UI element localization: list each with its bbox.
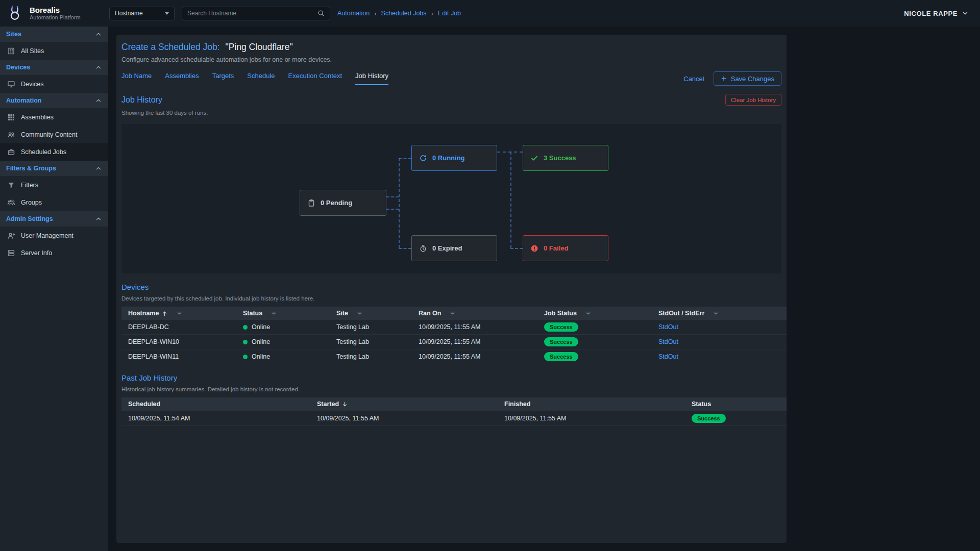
brand: Borealis Automation Platform	[0, 4, 108, 23]
sidebar-section-admin-settings[interactable]: Admin Settings	[0, 211, 108, 227]
status-badge: Success	[692, 414, 726, 423]
node-expired-label: 0 Expired	[432, 244, 462, 252]
col-header-status[interactable]: Status	[243, 310, 336, 317]
job-history-header: Job History Clear Job History	[121, 94, 781, 106]
col-header-finished[interactable]: Finished	[504, 400, 692, 408]
tab-job-history[interactable]: Job History	[355, 72, 388, 85]
clear-job-history-button[interactable]: Clear Job History	[725, 94, 781, 106]
filter-icon[interactable]	[585, 310, 592, 317]
tab-schedule[interactable]: Schedule	[247, 72, 275, 85]
filter-icon[interactable]	[356, 310, 363, 317]
cell-ran-on: 10/09/2025, 11:55 AM	[419, 323, 544, 331]
status-badge: Success	[544, 352, 578, 361]
user-menu[interactable]: NICOLE RAPPE	[904, 10, 969, 17]
page-subtitle: Configure advanced schedulable automatio…	[121, 56, 781, 63]
cell-ran-on: 10/09/2025, 11:55 AM	[419, 353, 544, 360]
tab-job-name[interactable]: Job Name	[121, 72, 152, 85]
col-label: Hostname	[128, 310, 159, 317]
filter-icon[interactable]	[271, 310, 277, 317]
cancel-button[interactable]: Cancel	[683, 75, 704, 83]
sidebar-section-filters-groups[interactable]: Filters & Groups	[0, 161, 108, 177]
filter-icon[interactable]	[713, 310, 719, 317]
col-header-status[interactable]: Status	[692, 400, 787, 408]
col-label: Site	[336, 310, 348, 317]
sidebar-item-groups[interactable]: Groups	[0, 194, 108, 211]
search-input[interactable]	[187, 10, 317, 17]
sidebar-item-devices[interactable]: Devices	[0, 76, 108, 93]
node-expired[interactable]: 0 Expired	[411, 235, 497, 261]
connector-line	[386, 209, 399, 210]
past-job-history-table: Scheduled Started Finished Status 10/09/…	[121, 397, 787, 426]
clipboard-icon	[307, 199, 315, 207]
filter-icon[interactable]	[176, 310, 183, 317]
chevron-up-icon	[95, 97, 102, 104]
stdout-link[interactable]: StdOut	[658, 338, 678, 345]
col-header-job-status[interactable]: Job Status	[544, 310, 658, 317]
table-row: 10/09/2025, 11:54 AM 10/09/2025, 11:55 A…	[121, 411, 787, 426]
tab-targets[interactable]: Targets	[212, 72, 234, 85]
node-running[interactable]: 0 Running	[411, 145, 497, 171]
online-dot-icon	[243, 340, 248, 344]
top-bar: Borealis Automation Platform Hostname Au…	[0, 0, 980, 27]
hostname-selector[interactable]: Hostname	[109, 7, 175, 20]
past-table-header: Scheduled Started Finished Status	[121, 397, 787, 411]
node-pending[interactable]: 0 Pending	[300, 190, 386, 216]
chevron-down-icon	[962, 10, 969, 17]
node-failed-label: 0 Failed	[544, 244, 568, 252]
col-header-ran-on[interactable]: Ran On	[419, 310, 544, 317]
sidebar-item-label: Devices	[21, 81, 43, 88]
tabs: Job Name Assemblies Targets Schedule Exe…	[121, 72, 388, 85]
page-title-job-name: "Ping Cloudflare"	[226, 42, 293, 52]
sidebar-item-community-content[interactable]: Community Content	[0, 126, 108, 143]
sidebar-section-label: Sites	[6, 31, 21, 38]
sidebar-item-server-info[interactable]: Server Info	[0, 244, 108, 262]
tab-assemblies[interactable]: Assemblies	[165, 72, 199, 85]
col-header-stdout[interactable]: StdOut / StdErr	[658, 310, 787, 317]
past-job-history-heading: Past Job History	[121, 373, 781, 382]
col-header-scheduled[interactable]: Scheduled	[121, 400, 317, 408]
sidebar-section-devices[interactable]: Devices	[0, 60, 108, 76]
sidebar-item-label: All Sites	[21, 47, 44, 55]
cell-status: Online	[243, 338, 336, 345]
node-failed[interactable]: 0 Failed	[523, 235, 608, 261]
chevron-up-icon	[95, 64, 102, 71]
breadcrumb-scheduled-jobs[interactable]: Scheduled Jobs	[381, 10, 427, 17]
sort-desc-icon	[341, 401, 348, 408]
devices-heading: Devices	[121, 283, 781, 291]
stdout-link[interactable]: StdOut	[658, 353, 678, 360]
groups-icon	[7, 198, 15, 207]
status-badge: Success	[544, 322, 578, 332]
sidebar-item-scheduled-jobs[interactable]: Scheduled Jobs	[0, 143, 108, 161]
col-header-started[interactable]: Started	[317, 400, 504, 408]
node-success-label: 3 Success	[544, 154, 576, 162]
col-label: Status	[243, 310, 262, 317]
chevron-up-icon	[95, 31, 102, 38]
sidebar-item-user-management[interactable]: User Management	[0, 227, 108, 244]
sidebar-section-label: Devices	[6, 64, 30, 71]
refresh-icon	[419, 154, 427, 162]
cell-finished: 10/09/2025, 11:55 AM	[504, 415, 692, 422]
sidebar-section-automation[interactable]: Automation	[0, 93, 108, 109]
sort-asc-icon	[161, 310, 168, 317]
col-label: Job Status	[544, 310, 577, 317]
briefcase-icon	[7, 148, 15, 156]
cell-status: Success	[692, 414, 787, 423]
sidebar-item-all-sites[interactable]: All Sites	[0, 42, 108, 60]
sidebar-section-label: Admin Settings	[6, 215, 53, 222]
save-changes-button[interactable]: Save Changes	[714, 71, 781, 86]
stdout-link[interactable]: StdOut	[658, 323, 678, 331]
node-success[interactable]: 3 Success	[523, 145, 608, 171]
filter-icon[interactable]	[449, 310, 456, 317]
col-header-hostname[interactable]: Hostname	[121, 310, 243, 317]
sidebar-section-label: Filters & Groups	[6, 165, 56, 172]
sidebar-section-sites[interactable]: Sites	[0, 27, 108, 42]
brand-text: Borealis Automation Platform	[30, 6, 81, 21]
breadcrumb-edit-job[interactable]: Edit Job	[438, 10, 461, 17]
sidebar-item-filters[interactable]: Filters	[0, 177, 108, 194]
sidebar-item-assemblies[interactable]: Assemblies	[0, 109, 108, 126]
breadcrumb-automation[interactable]: Automation	[337, 10, 370, 17]
col-header-site[interactable]: Site	[336, 310, 419, 317]
tab-execution-context[interactable]: Execution Context	[288, 72, 342, 85]
sidebar-section-label: Automation	[6, 97, 41, 104]
connector-line	[399, 158, 411, 159]
